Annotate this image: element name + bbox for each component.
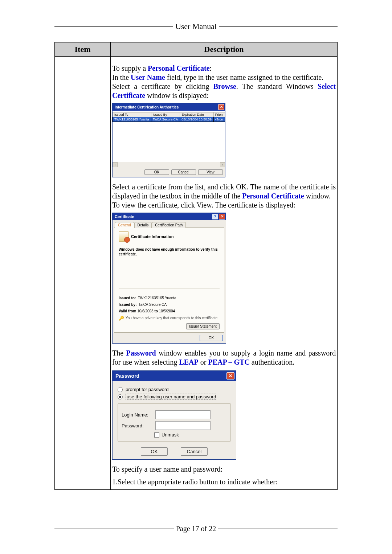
dialog2-titlebar: Certificate ? ✕: [113, 213, 226, 220]
view-line: To view the certificate, click View. The…: [112, 201, 336, 210]
scroll-left-icon[interactable]: ‹: [113, 162, 118, 167]
ok-button[interactable]: OK: [200, 335, 223, 341]
cert-tabs: General Details Certification Path: [115, 222, 224, 227]
password-input[interactable]: [155, 421, 211, 430]
dialog3-title: Password: [115, 373, 139, 379]
select-browse: Browse: [213, 82, 236, 90]
after-list-bold: Personal Certificate: [242, 192, 304, 200]
supply-prefix: To supply a: [112, 64, 148, 72]
radio-use-credentials[interactable]: [118, 394, 123, 399]
password-label: Password:: [122, 423, 152, 428]
dialog2-title: Certificate: [115, 214, 134, 219]
tab-certification-path[interactable]: Certification Path: [152, 222, 186, 228]
radio-prompt-label: prompt for password: [126, 387, 169, 392]
after-list-line: Select a certificate from the list, and …: [112, 182, 336, 201]
close-icon[interactable]: ✕: [219, 214, 225, 219]
footer-rule-right: [218, 529, 338, 529]
after-list-suffix: window.: [304, 192, 331, 200]
ok-button[interactable]: OK: [141, 447, 168, 456]
login-name-input[interactable]: [155, 410, 211, 419]
dialog3-titlebar: Password ✕: [113, 371, 236, 381]
cancel-button[interactable]: Cancel: [171, 169, 196, 175]
close-icon[interactable]: ✕: [226, 372, 234, 379]
page-footer: Page 17 of 22: [54, 525, 338, 533]
intermediate-ca-dialog: Intermediate Certirication Authorities ✕…: [112, 103, 225, 177]
desc-cell: To supply a Personal Certificate: In the…: [111, 57, 338, 490]
page-header: User Manual: [54, 22, 338, 31]
pw-suffix: authentication.: [250, 358, 294, 366]
row-issued-by: TaiCA Secure CA: [151, 117, 180, 122]
dialog1-title: Intermediate Certirication Authorities: [115, 105, 179, 109]
ok-button[interactable]: OK: [144, 169, 169, 175]
private-key-note: You have a private key that corresponds …: [126, 316, 219, 320]
supply-suffix: :: [210, 64, 212, 72]
header-rule-right: [219, 26, 338, 27]
valid-from-label: Valid from: [119, 309, 136, 313]
issued-by-value: TaiCA Secure CA: [139, 303, 167, 307]
username-line: In the User Name field, type in the user…: [112, 73, 336, 82]
radio-prompt[interactable]: [118, 387, 123, 392]
key-icon: 🔑: [119, 316, 124, 320]
select-suffix: window is displayed:: [145, 91, 209, 99]
unmask-checkbox[interactable]: [154, 432, 159, 438]
pw-bold: Password: [126, 349, 156, 357]
scroll-right-icon[interactable]: ›: [220, 162, 225, 167]
footer-rule-left: [54, 529, 174, 529]
col-expiration[interactable]: Expiration Date: [180, 112, 214, 117]
row-friendly: <Non: [213, 117, 225, 122]
login-label: Login Name:: [122, 412, 152, 418]
header-title: User Manual: [173, 22, 219, 31]
step-1: 1.Select the appropriate radio button to…: [112, 477, 336, 487]
username-prefix: In the: [112, 73, 131, 81]
cert-message: Windows does not have enough information…: [119, 247, 220, 257]
select-prefix: Select a certificate by clicking: [112, 82, 213, 90]
view-button[interactable]: View: [198, 169, 223, 175]
issued-to-label: Issued to:: [119, 296, 136, 300]
radio-use-label: use the following user name and password: [126, 394, 217, 400]
select-mid: . The standard Windows: [236, 82, 318, 90]
username-bold: User Name: [131, 73, 165, 81]
ca-row-selected[interactable]: TWK121635165 Yuanta TaiCA Secure CA 05/1…: [113, 117, 225, 122]
spec-line: To specify a user name and password:: [112, 465, 336, 474]
valid-to-label: to: [154, 309, 158, 313]
supply-bold: Personal Certificate: [148, 64, 209, 72]
ca-list-table: Issued To Issued By Expiration Date Frie…: [113, 112, 225, 122]
supply-line: To supply a Personal Certificate:: [112, 64, 336, 73]
col-issued-to[interactable]: Issued To: [113, 112, 151, 117]
password-paragraph: The Password window enables you to suppl…: [112, 349, 336, 367]
username-suffix: field, type in the user name assigned to…: [165, 73, 324, 81]
dialog1-titlebar: Intermediate Certirication Authorities ✕: [113, 103, 225, 111]
pw-peap: PEAP – GTC: [208, 358, 249, 366]
tab-details[interactable]: Details: [134, 222, 152, 228]
issued-by-label: Issued by:: [119, 303, 136, 307]
col-desc-header: Description: [111, 42, 338, 57]
item-cell: [55, 57, 111, 490]
row-expiration: 05/10/2004 10:50:59: [180, 117, 214, 122]
page-number: Page 17 of 22: [174, 525, 219, 533]
issuer-statement-button[interactable]: Issuer Statement: [186, 323, 220, 329]
row-issued-to: TWK121635165 Yuanta: [113, 117, 151, 122]
cancel-button[interactable]: Cancel: [181, 447, 208, 456]
ca-list-area[interactable]: [113, 122, 225, 162]
valid-to-value: 10/5/2004: [159, 309, 175, 313]
pw-or: or: [199, 358, 208, 366]
main-table: Item Description To supply a Personal Ce…: [54, 42, 338, 490]
header-rule-left: [54, 26, 173, 27]
pw-prefix: The: [112, 349, 126, 357]
col-issued-by[interactable]: Issued By: [151, 112, 180, 117]
close-icon[interactable]: ✕: [218, 104, 224, 110]
unmask-label: Unmask: [162, 432, 179, 438]
col-friendly[interactable]: Frien: [213, 112, 225, 117]
valid-from-value: 10/6/2003: [137, 309, 154, 313]
tab-general[interactable]: General: [115, 222, 134, 228]
certificate-dialog: Certificate ? ✕ General Details Certific…: [112, 213, 226, 344]
password-dialog: Password ✕ prompt for password use the f…: [112, 370, 236, 460]
hscrollbar[interactable]: ‹ ›: [113, 162, 225, 167]
help-icon[interactable]: ?: [212, 214, 218, 219]
pw-leap: LEAP: [179, 358, 198, 366]
issued-to-value: TWK121635165 Yuanta: [138, 296, 176, 300]
cert-heading: Certificate Information: [131, 234, 173, 239]
col-item-header: Item: [55, 42, 111, 57]
certificate-icon: [119, 231, 129, 242]
credential-group: Login Name: Password: Unmask: [118, 403, 231, 442]
